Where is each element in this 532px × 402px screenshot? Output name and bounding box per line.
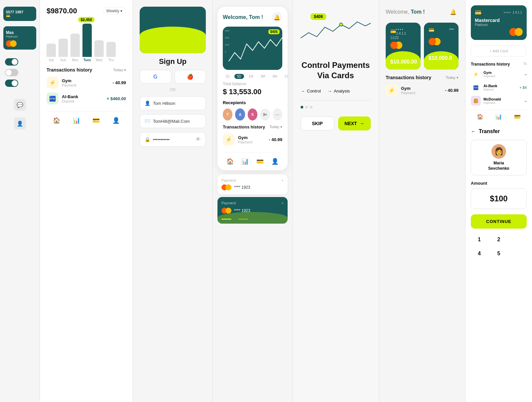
- dot-1: [301, 106, 303, 108]
- tab-1y[interactable]: 1Y: [282, 74, 291, 79]
- continue-button[interactable]: CONTINUE: [471, 214, 527, 229]
- signup-panel: Sign Up G 🍎 OR 👤 ✉️ 🔒 👁: [133, 0, 213, 402]
- recipient-2[interactable]: A: [235, 108, 245, 120]
- transactions-period[interactable]: Today ▾: [113, 68, 126, 72]
- card-dark-add[interactable]: +: [282, 201, 284, 205]
- eye-icon[interactable]: 👁: [196, 136, 201, 142]
- mobile-nav-profile[interactable]: 👤: [271, 158, 279, 165]
- payment-label: Payment +: [221, 178, 284, 182]
- balance-header: $9870.00 Weekly ▾: [47, 7, 126, 15]
- right-nav-chart[interactable]: 📊: [495, 113, 502, 120]
- transfer-title: Transfer: [479, 128, 500, 134]
- y-label-0: 0: [225, 50, 229, 53]
- mobile-tx-period[interactable]: Today ▾: [270, 125, 282, 129]
- weekly-badge[interactable]: Weekly ▾: [103, 7, 126, 15]
- right-tx-albank-sub: Deposit: [483, 88, 517, 91]
- card-dark-lines: [221, 219, 248, 220]
- card-number-mini: **** 1923: [234, 185, 250, 190]
- tab-5d[interactable]: 5D: [234, 74, 244, 79]
- bar-tues-label: Tues: [83, 58, 91, 62]
- mobile-nav-chart[interactable]: 📊: [241, 158, 249, 165]
- key-2[interactable]: 2: [490, 234, 507, 245]
- card-chip-1[interactable]: 5577 1987 💳: [3, 7, 36, 21]
- mc-top-right: •••• 1411: [504, 11, 523, 14]
- chat-icon[interactable]: 💬: [14, 99, 26, 111]
- nav-card[interactable]: 💳: [92, 117, 100, 124]
- toggle-3[interactable]: [5, 80, 18, 87]
- google-btn[interactable]: G: [140, 70, 171, 84]
- profile-icon-left[interactable]: 👤: [14, 117, 26, 129]
- right-tx-albank: 🏧 Al-Bank Deposit + $4: [471, 83, 527, 93]
- welcome-cards-header: Welcome, Tom ! 🔔: [386, 7, 459, 17]
- card-dark: Payment + **** 1923: [217, 197, 288, 224]
- right-nav-home[interactable]: 🏠: [477, 113, 483, 120]
- tab-6m[interactable]: 6M: [270, 74, 280, 79]
- bar-sun-bar: [59, 39, 68, 57]
- email-input[interactable]: [153, 119, 201, 124]
- nav-chart[interactable]: 📊: [73, 117, 80, 124]
- dashboard-panel: $9870.00 Weekly ▾ $2,450 Sat Sun Mon Tue…: [40, 0, 133, 402]
- bar-sun-label: Sun: [60, 58, 66, 62]
- bar-sat-label: Sat: [49, 58, 54, 62]
- mobile-card: Welcome, Tom ! 🔔 500 300 100 0 $405 1D 5…: [217, 7, 288, 170]
- tx-list-right: Transactions history To ⚡ Gym Payment – …: [471, 62, 527, 106]
- welcome-cards-panel: Welcome, Tom ! 🔔 💳 •••• 1411 11/22 $10,0…: [379, 0, 466, 402]
- password-field[interactable]: 🔒 👁: [140, 132, 206, 147]
- mobile-nav-card[interactable]: 💳: [256, 158, 264, 165]
- key-1[interactable]: 1: [471, 234, 488, 245]
- card-dots-2: ••••: [449, 27, 454, 33]
- welcome-tx-period[interactable]: Today ▾: [446, 76, 459, 80]
- more-recipients-btn[interactable]: 3+: [260, 108, 270, 120]
- nav-home[interactable]: 🏠: [53, 117, 60, 124]
- tab-1d[interactable]: 1D: [223, 74, 232, 79]
- nav-profile[interactable]: 👤: [112, 117, 120, 124]
- google-icon: G: [153, 74, 157, 80]
- key-4[interactable]: 4: [471, 248, 488, 259]
- name-field[interactable]: 👤: [140, 96, 206, 110]
- welcome-notif-btn[interactable]: 🔔: [448, 7, 459, 17]
- toggle-1[interactable]: [5, 58, 18, 66]
- card-widget-2[interactable]: 💳 •••• $10,000.0: [424, 23, 459, 70]
- card-widget-1[interactable]: 💳 •••• 1411 11/22 $10,000.00: [386, 23, 421, 70]
- toggle-2[interactable]: [5, 69, 18, 76]
- email-field[interactable]: ✉️: [140, 114, 206, 128]
- recipient-3[interactable]: S: [248, 108, 257, 120]
- password-input[interactable]: [153, 137, 193, 142]
- y-label-300: 300: [225, 36, 229, 39]
- mobile-tx-gym-amount: - 40.99: [269, 137, 282, 142]
- tab-3m[interactable]: 3M: [258, 74, 268, 79]
- chart-area: 500 300 100 0 $405: [223, 27, 282, 70]
- name-input[interactable]: [153, 101, 201, 106]
- add-card-button[interactable]: + Add Card: [471, 45, 527, 57]
- bar-sat-bar: [47, 44, 56, 57]
- right-tx-more[interactable]: To: [523, 62, 527, 67]
- mobile-transactions: Transactions history Today ▾ ⚡ Gym Payme…: [223, 124, 282, 145]
- bar-wed: Wed: [94, 40, 104, 62]
- divider: [301, 100, 371, 100]
- transfer-person[interactable]: 👩 MariaSevchenko: [471, 140, 527, 175]
- recipient-1[interactable]: T: [223, 108, 232, 120]
- card-mini-1[interactable]: Mas Platinum: [3, 26, 36, 50]
- control-link[interactable]: → Control: [301, 89, 321, 94]
- apple-btn[interactable]: 🍎: [175, 70, 206, 84]
- plus-icon: +: [489, 49, 491, 53]
- mobile-tx-gym-name: Gym: [238, 135, 266, 140]
- skip-button[interactable]: SKIP: [301, 116, 334, 130]
- add-btn[interactable]: +: [282, 178, 284, 182]
- mc-c-left1: [390, 42, 398, 49]
- right-nav-card[interactable]: 💳: [514, 113, 521, 120]
- key-5[interactable]: 5: [490, 248, 507, 259]
- mobile-nav-home[interactable]: 🏠: [226, 158, 234, 165]
- back-button[interactable]: ←: [471, 128, 476, 134]
- next-button[interactable]: NEXT →: [338, 116, 371, 130]
- recipients-title: Recepients: [223, 100, 282, 105]
- amount-display[interactable]: $100: [471, 188, 527, 209]
- tab-1m[interactable]: 1M: [246, 74, 256, 79]
- bar-sun: Sun: [59, 39, 68, 62]
- analysis-label: Analysis: [334, 89, 350, 94]
- notification-btn[interactable]: 🔔: [272, 12, 282, 23]
- analysis-link[interactable]: → Analysis: [328, 89, 350, 94]
- right-tx-mc-icon: 🍔: [471, 96, 481, 106]
- card-mc-circles-1: [390, 42, 416, 49]
- options-btn[interactable]: ···: [273, 108, 282, 120]
